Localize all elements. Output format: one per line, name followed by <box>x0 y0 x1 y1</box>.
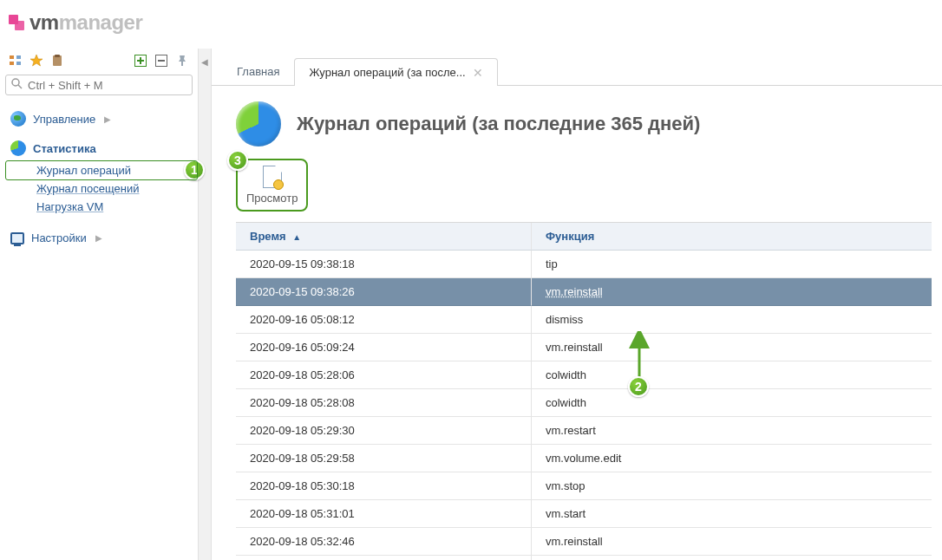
search-icon <box>11 78 23 92</box>
sidebar: Управление ▶ Статистика Журнал операций … <box>0 49 198 560</box>
view-button-label: Просмотр <box>246 192 298 205</box>
table-row[interactable]: 2020-09-18 05:28:06colwidth <box>236 361 932 389</box>
sidebar-search[interactable] <box>5 75 193 95</box>
nav-settings-label: Настройки <box>31 231 87 244</box>
col-fn-label: Функция <box>546 230 594 243</box>
cell-time: 2020-09-18 05:28:06 <box>236 361 531 389</box>
nav-stats-label: Статистика <box>33 142 96 155</box>
sidebar-toolbar <box>5 52 193 75</box>
expand-all-icon[interactable] <box>134 54 147 68</box>
page-toolbar: 3 Просмотр <box>236 155 932 218</box>
cell-fn: dismiss <box>531 306 932 334</box>
nav-journal-ops-label: Журнал операций <box>36 164 131 177</box>
nav-load-vm-label: Нагрузка VM <box>36 200 103 213</box>
pie-icon <box>10 140 26 156</box>
logo-mark-icon <box>9 15 24 30</box>
tab-main-label: Главная <box>237 65 279 78</box>
collapse-arrow-icon: ◀ <box>201 57 208 67</box>
chevron-right-icon: ▶ <box>104 114 111 124</box>
cell-fn: vm.reinstall <box>531 334 932 361</box>
tab-close-icon[interactable]: ✕ <box>473 67 483 79</box>
document-edit-icon <box>263 166 282 188</box>
cell-time: 2020-09-18 05:32:46 <box>236 528 531 556</box>
sidebar-nav: Управление ▶ Статистика Журнал операций … <box>5 107 193 248</box>
cell-time: 2020-09-16 05:08:12 <box>236 306 531 334</box>
app-logo: vmmanager <box>0 0 942 49</box>
logo-text: vmmanager <box>29 10 142 35</box>
page-header: Журнал операций (за последние 365 дней) <box>236 101 932 147</box>
svg-rect-6 <box>55 55 60 57</box>
tab-bar: Главная Журнал операций (за после... ✕ <box>212 49 942 86</box>
table-header: Время ▲ Функция <box>236 223 932 251</box>
view-button[interactable]: 3 Просмотр <box>236 159 308 212</box>
cell-fn: colwidth <box>531 361 932 389</box>
cell-time: 2020-09-16 05:09:24 <box>236 334 531 361</box>
cell-fn: vm.stop <box>531 472 932 500</box>
pin-icon[interactable] <box>175 54 189 68</box>
nav-journal-visits-label: Журнал посещений <box>36 182 140 195</box>
table-row[interactable]: 2020-09-18 05:28:08colwidth <box>236 389 932 417</box>
svg-line-14 <box>18 85 22 88</box>
tab-main[interactable]: Главная <box>222 57 294 85</box>
cell-fn: vm.reinstall <box>531 278 932 306</box>
table-row[interactable]: 2020-09-15 09:38:26vm.reinstall <box>236 278 932 306</box>
tree-icon[interactable] <box>9 54 23 68</box>
svg-marker-4 <box>30 55 43 66</box>
tab-journal[interactable]: Журнал операций (за после... ✕ <box>294 58 497 86</box>
nav-management-label: Управление <box>33 113 95 126</box>
chevron-right-icon: ▶ <box>95 233 102 243</box>
page-pie-icon <box>236 101 281 147</box>
svg-rect-3 <box>16 62 21 65</box>
col-time-header[interactable]: Время ▲ <box>236 223 531 251</box>
clipboard-icon[interactable] <box>50 54 64 68</box>
cell-time: 2020-09-18 05:30:18 <box>236 472 531 500</box>
cell-fn: vm.restart <box>531 417 932 445</box>
cell-time: 2020-09-18 05:31:01 <box>236 500 531 528</box>
col-fn-header[interactable]: Функция <box>531 223 932 251</box>
globe-icon <box>10 111 26 127</box>
star-icon[interactable] <box>29 54 43 68</box>
table-row[interactable]: 2020-09-18 05:32:46vm.reinstall <box>236 528 932 556</box>
operations-table: Время ▲ Функция 2020-09-15 09:38:18tip20… <box>236 222 932 560</box>
cell-fn: tip <box>531 251 932 278</box>
svg-point-13 <box>12 79 19 86</box>
svg-rect-1 <box>10 62 14 65</box>
cell-time: 2020-09-15 09:38:18 <box>236 251 531 278</box>
nav-load-vm[interactable]: Нагрузка VM <box>35 198 193 216</box>
table-row[interactable]: 2020-09-18 05:29:30vm.restart <box>236 417 932 445</box>
cell-time: 2020-09-18 05:41:57 <box>236 556 531 560</box>
col-time-label: Время <box>250 230 286 243</box>
cell-fn: vm.volume.edit <box>531 445 932 472</box>
step-badge-3: 3 <box>227 150 248 171</box>
monitor-icon <box>10 232 24 244</box>
cell-time: 2020-09-18 05:28:08 <box>236 389 531 417</box>
cell-time: 2020-09-18 05:29:58 <box>236 445 531 472</box>
nav-management[interactable]: Управление ▶ <box>5 107 193 130</box>
table-row[interactable]: 2020-09-18 05:41:57vm.runrecipe.resetfai… <box>236 556 932 560</box>
nav-settings[interactable]: Настройки ▶ <box>5 228 193 248</box>
cell-fn: vm.runrecipe.resetfail <box>531 556 932 560</box>
cell-fn: vm.start <box>531 500 932 528</box>
sidebar-collapse-handle[interactable]: ◀ <box>198 49 212 560</box>
nav-stats[interactable]: Статистика <box>5 137 193 160</box>
search-input[interactable] <box>28 79 186 92</box>
svg-rect-2 <box>16 55 21 59</box>
table-row[interactable]: 2020-09-18 05:30:18vm.stop <box>236 472 932 500</box>
nav-journal-visits[interactable]: Журнал посещений <box>35 179 193 198</box>
table-row[interactable]: 2020-09-18 05:31:01vm.start <box>236 500 932 528</box>
nav-journal-ops[interactable]: Журнал операций 1 <box>35 161 193 179</box>
step-badge-1: 1 <box>184 160 205 180</box>
step-badge-2: 2 <box>628 376 649 397</box>
collapse-all-icon[interactable] <box>154 54 168 68</box>
svg-rect-0 <box>10 55 14 59</box>
tab-journal-label: Журнал операций (за после... <box>309 66 465 79</box>
table-row[interactable]: 2020-09-15 09:38:18tip <box>236 251 932 278</box>
cell-fn: vm.reinstall <box>531 528 932 556</box>
main-area: Главная Журнал операций (за после... ✕ Ж… <box>212 49 942 560</box>
page-title: Журнал операций (за последние 365 дней) <box>297 113 700 135</box>
sort-asc-icon: ▲ <box>292 232 301 242</box>
cell-time: 2020-09-18 05:29:30 <box>236 417 531 445</box>
table-row[interactable]: 2020-09-16 05:08:12dismiss <box>236 306 932 334</box>
table-row[interactable]: 2020-09-16 05:09:24vm.reinstall <box>236 334 932 361</box>
table-row[interactable]: 2020-09-18 05:29:58vm.volume.edit <box>236 445 932 472</box>
